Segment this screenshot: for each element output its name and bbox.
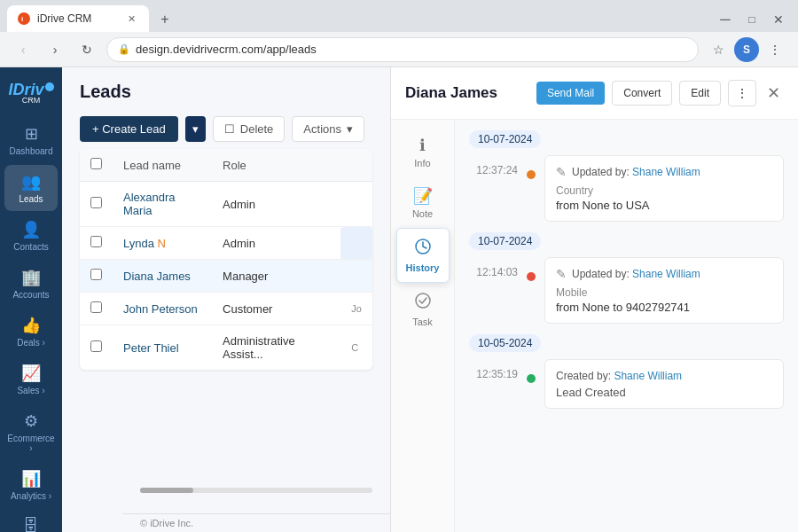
detail-header: Diana James Send Mail Convert Edit ⋮ ✕ [391,67,798,120]
lead-name[interactable]: Diana James [113,260,212,293]
page-title: Leads [80,82,372,102]
analytics-icon: 📊 [21,469,41,489]
col-extra [340,149,372,182]
convert-button[interactable]: Convert [612,81,672,106]
lead-name[interactable]: Peter Thiel [113,325,212,371]
delete-button[interactable]: ☐ Delete [213,116,286,142]
tab-note[interactable]: 📝 Note [396,177,450,228]
tab-history[interactable]: History [396,228,450,283]
history-time-2: 12:14:03 [476,266,518,278]
table-row[interactable]: Alexandra Maria Admin [80,182,372,227]
lead-name[interactable]: John Peterson [113,293,212,325]
profile-button[interactable]: S [734,37,759,62]
lead-role: Admin [212,182,340,227]
svg-text:i: i [21,15,23,23]
sidebar-label-sales: Sales › [17,386,44,395]
date-badge-2: 10-07-2024 [469,232,541,250]
url-text: design.devidrivecrm.com/app/leads [136,43,317,56]
deals-icon: 👍 [21,316,41,335]
col-role: Role [212,149,340,182]
create-lead-dropdown-button[interactable]: ▾ [185,116,206,142]
sidebar-item-ecommerce[interactable]: ⚙ Ecommerce › [4,404,58,460]
tab-close-button[interactable]: ✕ [124,12,138,26]
row-checkbox[interactable] [90,236,102,247]
history-dot-2 [527,272,536,281]
bookmark-button[interactable]: ☆ [706,37,731,62]
tab-favicon: i [18,12,30,25]
task-icon [414,292,432,314]
more-options-button[interactable]: ⋮ [728,80,756,106]
horizontal-scrollbar[interactable] [140,488,372,493]
select-all-checkbox[interactable] [90,158,102,169]
sidebar-item-contacts[interactable]: 👤 Contacts [4,213,58,259]
new-tab-button[interactable]: + [153,7,177,32]
sidebar-label-dashboard: Dashboard [10,146,53,156]
maximize-button[interactable]: □ [739,7,764,32]
updated-by-1: Updated by: Shane William [572,166,700,178]
col-lead-name: Lead name [113,149,212,182]
send-mail-button[interactable]: Send Mail [536,82,605,105]
table-row[interactable]: Diana James Manager [80,260,372,293]
info-icon: ℹ [419,136,426,155]
edit-button[interactable]: Edit [679,81,721,106]
lead-role: Manager [212,260,340,293]
table-row[interactable]: Lynda N Admin [80,227,372,260]
close-detail-button[interactable]: ✕ [763,80,784,106]
back-button[interactable]: ‹ [11,37,35,62]
date-badge-3: 10-05-2024 [469,334,541,352]
sales-icon: 📈 [21,364,41,383]
lead-role: Administrative Assist... [212,325,340,371]
ecommerce-icon: ⚙ [24,411,38,431]
history-value-3: Lead Created [556,386,772,399]
note-icon: 📝 [413,186,433,206]
address-bar[interactable]: 🔒 design.devidrivecrm.com/app/leads [106,37,699,62]
sidebar-item-deals[interactable]: 👍 Deals › [4,309,58,355]
contacts-icon: 👤 [21,220,41,239]
history-icon [414,238,432,260]
table-row[interactable]: Peter Thiel Administrative Assist... C [80,325,372,371]
sidebar-item-dashboard[interactable]: ⊞ Dashboard [4,117,58,163]
actions-button[interactable]: Actions ▾ [292,116,364,142]
refresh-button[interactable]: ↻ [74,37,99,62]
history-time-3: 12:35:19 [476,368,518,380]
lead-name[interactable]: Alexandra Maria [113,182,212,227]
forward-button[interactable]: › [43,37,67,62]
detail-title: Diana James [405,84,529,102]
history-content: 10-07-2024 12:37:24 ✎ Updated by: Shane … [455,120,798,532]
row-checkbox[interactable] [90,301,102,313]
sidebar-item-sales[interactable]: 📈 Sales › [4,356,58,403]
row-checkbox[interactable] [90,269,102,280]
edit-icon-1: ✎ [556,165,567,179]
tab-title: iDrive CRM [37,12,91,25]
tab-info-label: Info [414,158,430,168]
history-dot-3 [527,374,536,383]
created-by-3: Created by: Shane William [556,370,682,382]
sidebar-logo: IDriv CRM [8,74,53,115]
close-button[interactable]: ✕ [766,7,791,32]
row-checkbox[interactable] [90,197,102,208]
data-migration-icon: 🗄 [23,517,39,532]
history-card-2: ✎ Updated by: Shane William Mobile from … [544,257,784,324]
leads-table: Lead name Role Alexandra Maria Admin L [80,149,372,370]
tab-task-label: Task [412,317,433,327]
lead-role: Customer [212,293,340,325]
table-row[interactable]: John Peterson Customer Jo [80,293,372,325]
sidebar-item-analytics[interactable]: 📊 Analytics › [4,462,58,508]
tab-task[interactable]: Task [396,283,450,336]
lead-name[interactable]: Lynda N [113,227,212,260]
browser-tab[interactable]: i iDrive CRM ✕ [7,5,149,32]
sidebar-item-accounts[interactable]: 🏢 Accounts [4,261,58,307]
updated-by-2: Updated by: Shane William [572,268,700,280]
history-value-2: from None to 9402792741 [556,301,772,314]
create-lead-button[interactable]: + Create Lead [80,116,178,142]
row-checkbox[interactable] [90,340,102,352]
lock-icon: 🔒 [118,43,130,55]
history-value-1: from None to USA [556,199,772,212]
menu-button[interactable]: ⋮ [763,37,787,62]
sidebar-item-data-migration[interactable]: 🗄 Data Migration [4,510,58,532]
footer-text: © iDrive Inc. [140,518,193,528]
sidebar-item-leads[interactable]: 👥 Leads [4,165,58,211]
sidebar-label-accounts: Accounts [12,290,49,300]
tab-info[interactable]: ℹ Info [396,127,450,177]
minimize-button[interactable]: ─ [713,7,738,32]
